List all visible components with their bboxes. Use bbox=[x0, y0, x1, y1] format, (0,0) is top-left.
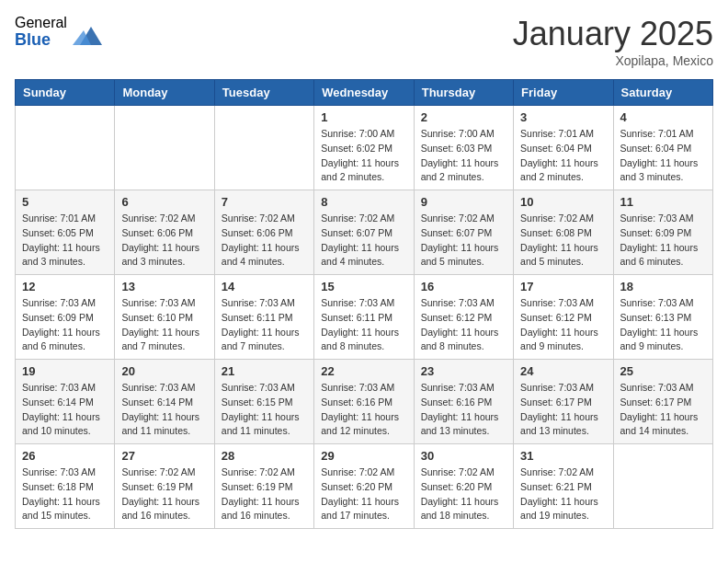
day-number: 19 bbox=[22, 364, 108, 378]
calendar-cell: 28Sunrise: 7:02 AM Sunset: 6:19 PM Dayli… bbox=[214, 444, 313, 529]
day-number: 29 bbox=[321, 449, 406, 463]
calendar-cell: 7Sunrise: 7:02 AM Sunset: 6:06 PM Daylig… bbox=[214, 190, 313, 275]
calendar-cell: 6Sunrise: 7:02 AM Sunset: 6:06 PM Daylig… bbox=[115, 190, 214, 275]
day-info: Sunrise: 7:02 AM Sunset: 6:20 PM Dayligh… bbox=[421, 465, 506, 523]
day-number: 22 bbox=[321, 364, 406, 378]
day-number: 24 bbox=[520, 364, 606, 378]
day-number: 1 bbox=[321, 110, 406, 124]
day-number: 20 bbox=[121, 364, 207, 378]
calendar-cell: 14Sunrise: 7:03 AM Sunset: 6:11 PM Dayli… bbox=[214, 275, 313, 360]
day-info: Sunrise: 7:02 AM Sunset: 6:19 PM Dayligh… bbox=[121, 465, 207, 523]
day-info: Sunrise: 7:03 AM Sunset: 6:12 PM Dayligh… bbox=[421, 296, 506, 354]
day-info: Sunrise: 7:03 AM Sunset: 6:16 PM Dayligh… bbox=[421, 381, 506, 439]
day-info: Sunrise: 7:03 AM Sunset: 6:14 PM Dayligh… bbox=[22, 381, 108, 439]
weekday-header-monday: Monday bbox=[115, 80, 214, 106]
day-info: Sunrise: 7:03 AM Sunset: 6:11 PM Dayligh… bbox=[222, 296, 307, 354]
day-info: Sunrise: 7:03 AM Sunset: 6:09 PM Dayligh… bbox=[22, 296, 108, 354]
day-info: Sunrise: 7:02 AM Sunset: 6:07 PM Dayligh… bbox=[321, 212, 406, 270]
day-number: 8 bbox=[321, 195, 406, 209]
day-info: Sunrise: 7:03 AM Sunset: 6:18 PM Dayligh… bbox=[22, 465, 108, 523]
calendar-week-row: 19Sunrise: 7:03 AM Sunset: 6:14 PM Dayli… bbox=[16, 360, 713, 444]
day-info: Sunrise: 7:03 AM Sunset: 6:15 PM Dayligh… bbox=[222, 381, 307, 439]
calendar-cell: 31Sunrise: 7:02 AM Sunset: 6:21 PM Dayli… bbox=[514, 444, 613, 529]
day-number: 2 bbox=[421, 110, 506, 124]
calendar-cell: 2Sunrise: 7:00 AM Sunset: 6:03 PM Daylig… bbox=[414, 106, 513, 190]
calendar-cell: 20Sunrise: 7:03 AM Sunset: 6:14 PM Dayli… bbox=[115, 360, 214, 444]
day-number: 12 bbox=[22, 280, 108, 293]
day-info: Sunrise: 7:01 AM Sunset: 6:04 PM Dayligh… bbox=[520, 127, 606, 185]
day-number: 23 bbox=[421, 364, 506, 378]
calendar-cell: 16Sunrise: 7:03 AM Sunset: 6:12 PM Dayli… bbox=[414, 275, 513, 360]
calendar-week-row: 5Sunrise: 7:01 AM Sunset: 6:05 PM Daylig… bbox=[16, 190, 713, 275]
day-number: 31 bbox=[520, 449, 606, 463]
day-number: 28 bbox=[222, 449, 307, 463]
day-info: Sunrise: 7:00 AM Sunset: 6:03 PM Dayligh… bbox=[421, 127, 506, 185]
day-number: 7 bbox=[222, 195, 307, 209]
day-info: Sunrise: 7:00 AM Sunset: 6:02 PM Dayligh… bbox=[321, 127, 406, 185]
day-info: Sunrise: 7:02 AM Sunset: 6:06 PM Dayligh… bbox=[121, 212, 207, 270]
day-number: 30 bbox=[421, 449, 506, 463]
day-number: 18 bbox=[620, 280, 706, 293]
calendar-cell: 11Sunrise: 7:03 AM Sunset: 6:09 PM Dayli… bbox=[613, 190, 712, 275]
day-info: Sunrise: 7:02 AM Sunset: 6:08 PM Dayligh… bbox=[520, 212, 606, 270]
day-info: Sunrise: 7:02 AM Sunset: 6:06 PM Dayligh… bbox=[222, 212, 307, 270]
calendar-week-row: 12Sunrise: 7:03 AM Sunset: 6:09 PM Dayli… bbox=[16, 275, 713, 360]
day-info: Sunrise: 7:03 AM Sunset: 6:12 PM Dayligh… bbox=[520, 296, 606, 354]
day-number: 13 bbox=[121, 280, 207, 293]
calendar-cell: 15Sunrise: 7:03 AM Sunset: 6:11 PM Dayli… bbox=[314, 275, 414, 360]
title-area: January 2025 Xopilapa, Mexico bbox=[513, 15, 713, 68]
day-number: 11 bbox=[620, 195, 706, 209]
day-number: 10 bbox=[520, 195, 606, 209]
weekday-header-thursday: Thursday bbox=[414, 80, 513, 106]
day-info: Sunrise: 7:03 AM Sunset: 6:16 PM Dayligh… bbox=[321, 381, 406, 439]
calendar-cell: 12Sunrise: 7:03 AM Sunset: 6:09 PM Dayli… bbox=[16, 275, 115, 360]
day-info: Sunrise: 7:01 AM Sunset: 6:05 PM Dayligh… bbox=[22, 212, 108, 270]
day-info: Sunrise: 7:03 AM Sunset: 6:09 PM Dayligh… bbox=[620, 212, 706, 270]
logo-blue: Blue bbox=[15, 31, 67, 50]
calendar-table: SundayMondayTuesdayWednesdayThursdayFrid… bbox=[15, 79, 713, 529]
weekday-header-saturday: Saturday bbox=[613, 80, 712, 106]
calendar-cell: 30Sunrise: 7:02 AM Sunset: 6:20 PM Dayli… bbox=[414, 444, 513, 529]
logo-icon bbox=[73, 23, 102, 49]
day-number: 4 bbox=[620, 110, 706, 124]
day-number: 6 bbox=[121, 195, 207, 209]
day-info: Sunrise: 7:03 AM Sunset: 6:11 PM Dayligh… bbox=[321, 296, 406, 354]
day-number: 27 bbox=[121, 449, 207, 463]
weekday-header-row: SundayMondayTuesdayWednesdayThursdayFrid… bbox=[16, 80, 713, 106]
day-number: 26 bbox=[22, 449, 108, 463]
calendar-cell bbox=[214, 106, 313, 190]
day-number: 9 bbox=[421, 195, 506, 209]
day-info: Sunrise: 7:03 AM Sunset: 6:17 PM Dayligh… bbox=[520, 381, 606, 439]
calendar-cell: 8Sunrise: 7:02 AM Sunset: 6:07 PM Daylig… bbox=[314, 190, 414, 275]
location: Xopilapa, Mexico bbox=[513, 53, 713, 68]
calendar-cell: 17Sunrise: 7:03 AM Sunset: 6:12 PM Dayli… bbox=[514, 275, 613, 360]
calendar-cell: 3Sunrise: 7:01 AM Sunset: 6:04 PM Daylig… bbox=[514, 106, 613, 190]
weekday-header-friday: Friday bbox=[514, 80, 613, 106]
month-title: January 2025 bbox=[513, 15, 713, 53]
day-number: 3 bbox=[520, 110, 606, 124]
day-info: Sunrise: 7:02 AM Sunset: 6:21 PM Dayligh… bbox=[520, 465, 606, 523]
page-header: General Blue January 2025 Xopilapa, Mexi… bbox=[15, 15, 713, 68]
calendar-cell: 23Sunrise: 7:03 AM Sunset: 6:16 PM Dayli… bbox=[414, 360, 513, 444]
day-info: Sunrise: 7:03 AM Sunset: 6:17 PM Dayligh… bbox=[620, 381, 706, 439]
day-info: Sunrise: 7:03 AM Sunset: 6:10 PM Dayligh… bbox=[121, 296, 207, 354]
calendar-cell bbox=[115, 106, 214, 190]
logo-general: General bbox=[15, 15, 67, 31]
calendar-cell bbox=[16, 106, 115, 190]
day-info: Sunrise: 7:02 AM Sunset: 6:19 PM Dayligh… bbox=[222, 465, 307, 523]
calendar-cell: 24Sunrise: 7:03 AM Sunset: 6:17 PM Dayli… bbox=[514, 360, 613, 444]
calendar-cell: 25Sunrise: 7:03 AM Sunset: 6:17 PM Dayli… bbox=[613, 360, 712, 444]
weekday-header-tuesday: Tuesday bbox=[214, 80, 313, 106]
day-info: Sunrise: 7:01 AM Sunset: 6:04 PM Dayligh… bbox=[620, 127, 706, 185]
day-number: 17 bbox=[520, 280, 606, 293]
day-info: Sunrise: 7:03 AM Sunset: 6:14 PM Dayligh… bbox=[121, 381, 207, 439]
calendar-cell: 1Sunrise: 7:00 AM Sunset: 6:02 PM Daylig… bbox=[314, 106, 414, 190]
day-number: 21 bbox=[222, 364, 307, 378]
calendar-cell bbox=[613, 444, 712, 529]
weekday-header-sunday: Sunday bbox=[16, 80, 115, 106]
day-number: 5 bbox=[22, 195, 108, 209]
calendar-cell: 5Sunrise: 7:01 AM Sunset: 6:05 PM Daylig… bbox=[16, 190, 115, 275]
calendar-cell: 26Sunrise: 7:03 AM Sunset: 6:18 PM Dayli… bbox=[16, 444, 115, 529]
calendar-cell: 4Sunrise: 7:01 AM Sunset: 6:04 PM Daylig… bbox=[613, 106, 712, 190]
logo: General Blue bbox=[15, 15, 102, 49]
